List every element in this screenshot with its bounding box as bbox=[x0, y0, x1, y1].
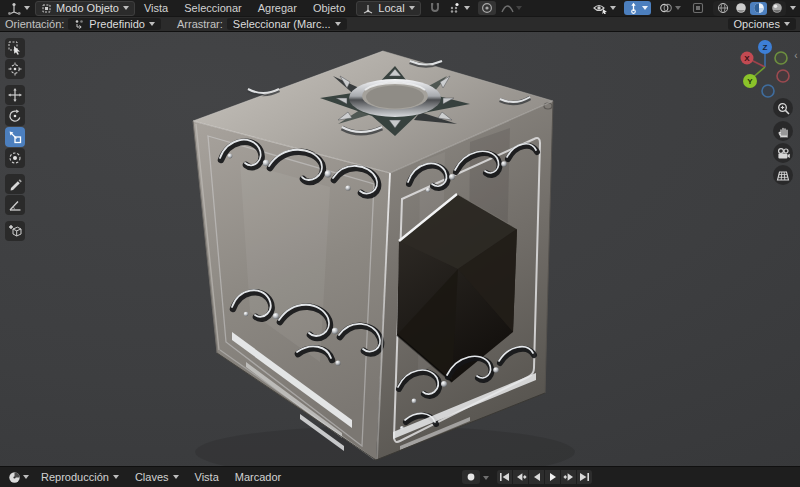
transform-orientation-dropdown[interactable]: Local bbox=[356, 1, 420, 16]
falloff-dropdown[interactable] bbox=[498, 1, 525, 15]
chevron-down-icon bbox=[123, 6, 129, 10]
drag-action-dropdown[interactable]: Seleccionar (Marc... bbox=[227, 18, 347, 30]
shading-mode-segment bbox=[713, 1, 786, 16]
orientation-preset-label: Predefinido bbox=[89, 18, 145, 30]
navigation-gizmo[interactable]: Z X Y bbox=[738, 36, 794, 98]
sidebar-collapse-arrow[interactable]: ‹ bbox=[792, 50, 800, 61]
tool-rotate[interactable] bbox=[5, 106, 25, 126]
gizmo-axis-x-negative[interactable] bbox=[777, 70, 789, 82]
tool-tweak-select[interactable] bbox=[5, 38, 25, 58]
proportional-editing-button[interactable] bbox=[478, 1, 496, 15]
blender-window: Modo Objeto Vista Seleccionar Agregar Ob… bbox=[0, 0, 800, 487]
tool-add-primitive[interactable] bbox=[5, 221, 25, 241]
svg-text:X: X bbox=[744, 54, 750, 63]
editor-3d-viewport-icon bbox=[7, 2, 22, 15]
chevron-down-icon bbox=[335, 22, 341, 26]
camera-icon bbox=[776, 147, 790, 160]
jump-end-icon bbox=[579, 472, 590, 482]
hand-pan-icon bbox=[777, 125, 790, 138]
play-icon bbox=[548, 472, 558, 482]
options-label: Opciones bbox=[734, 18, 780, 30]
menu-objeto[interactable]: Objeto bbox=[306, 2, 352, 14]
menu-agregar[interactable]: Agregar bbox=[251, 2, 304, 14]
viewport-3d[interactable]: Z X Y bbox=[0, 31, 800, 467]
chevron-down-icon bbox=[784, 22, 790, 26]
visibility-eye-icon bbox=[593, 2, 608, 14]
jump-start-icon bbox=[499, 472, 510, 482]
shading-rendered-button[interactable] bbox=[768, 2, 785, 15]
object-mode-icon bbox=[41, 3, 52, 14]
previous-keyframe-button[interactable] bbox=[513, 470, 528, 484]
orientation-local-icon bbox=[362, 3, 374, 14]
menu-vista[interactable]: Vista bbox=[137, 2, 175, 14]
tool-annotate[interactable] bbox=[5, 174, 25, 194]
prev-keyframe-icon bbox=[515, 472, 527, 482]
shading-material-preview-button[interactable] bbox=[750, 2, 767, 15]
orientation-label: Orientación: bbox=[5, 18, 64, 30]
rendered-shading-icon bbox=[771, 2, 783, 14]
chevron-down-icon bbox=[675, 6, 681, 10]
menu-timeline-vista[interactable]: Vista bbox=[188, 471, 226, 483]
tool-scale[interactable] bbox=[5, 127, 25, 147]
options-dropdown[interactable]: Opciones bbox=[728, 18, 796, 30]
proportional-editing-icon bbox=[481, 2, 493, 14]
menu-reproduccion-label: Reproducción bbox=[41, 471, 109, 483]
camera-view-button[interactable] bbox=[773, 143, 793, 163]
gizmo-axis-z-negative[interactable] bbox=[762, 85, 774, 97]
overlays-dropdown[interactable] bbox=[656, 1, 684, 15]
xray-toggle-button[interactable] bbox=[689, 1, 707, 15]
show-object-types-dropdown[interactable] bbox=[590, 1, 619, 15]
chevron-down-icon bbox=[409, 6, 415, 10]
cursor-3d-icon bbox=[8, 62, 22, 76]
jump-to-end-button[interactable] bbox=[577, 470, 592, 484]
mode-dropdown[interactable]: Modo Objeto bbox=[35, 1, 135, 16]
jump-to-start-button[interactable] bbox=[497, 470, 512, 484]
add-cube-icon bbox=[8, 224, 22, 238]
menu-claves[interactable]: Claves bbox=[128, 471, 186, 483]
gizmo-axis-y-negative[interactable] bbox=[775, 52, 787, 64]
keying-dropdown-chevron-icon[interactable] bbox=[483, 476, 489, 480]
drag-action-label: Seleccionar (Marc... bbox=[233, 18, 331, 30]
chevron-down-icon bbox=[149, 22, 155, 26]
menubar: Modo Objeto Vista Seleccionar Agregar Ob… bbox=[0, 0, 800, 16]
timeline-editor-type-button[interactable] bbox=[5, 470, 32, 484]
timeline-bar: Reproducción Claves Vista Marcador bbox=[0, 466, 800, 487]
gizmos-dropdown[interactable] bbox=[624, 1, 651, 15]
transform-orientation-label: Local bbox=[378, 2, 404, 14]
pan-button[interactable] bbox=[773, 121, 793, 141]
tool-measure[interactable] bbox=[5, 195, 25, 215]
chevron-down-icon bbox=[610, 6, 616, 10]
menu-reproduccion[interactable]: Reproducción bbox=[34, 471, 126, 483]
tool-move[interactable] bbox=[5, 85, 25, 105]
shading-solid-button[interactable] bbox=[732, 2, 749, 15]
timeline-clock-icon bbox=[8, 471, 21, 484]
snap-settings-dropdown[interactable] bbox=[446, 1, 473, 15]
wireframe-shading-icon bbox=[717, 2, 729, 14]
snap-toggle-button[interactable] bbox=[426, 1, 444, 15]
orientation-preset-icon bbox=[74, 19, 85, 29]
select-box-icon bbox=[8, 41, 22, 55]
chevron-down-icon bbox=[23, 475, 29, 479]
play-reverse-button[interactable] bbox=[529, 470, 544, 484]
drag-label: Arrastrar: bbox=[177, 18, 223, 30]
editor-type-button[interactable] bbox=[4, 1, 33, 15]
shading-dropdown-chevron-icon[interactable] bbox=[790, 6, 796, 10]
menu-marcador[interactable]: Marcador bbox=[228, 471, 288, 483]
menu-seleccionar[interactable]: Seleccionar bbox=[177, 2, 248, 14]
auto-keying-record-button[interactable] bbox=[462, 470, 480, 484]
viewport-canvas[interactable] bbox=[0, 32, 800, 467]
orientation-preset-dropdown[interactable]: Predefinido bbox=[68, 18, 161, 30]
3d-object-ornate-box[interactable] bbox=[193, 51, 575, 467]
toolbar bbox=[5, 38, 25, 241]
gizmo-icon bbox=[627, 2, 640, 14]
perspective-toggle-button[interactable] bbox=[773, 165, 793, 185]
play-button[interactable] bbox=[545, 470, 560, 484]
next-keyframe-button[interactable] bbox=[561, 470, 576, 484]
solid-shading-icon bbox=[735, 2, 747, 14]
tool-transform[interactable] bbox=[5, 148, 25, 168]
shading-wireframe-button[interactable] bbox=[714, 2, 731, 15]
tool-cursor[interactable] bbox=[5, 59, 25, 79]
zoom-button[interactable] bbox=[773, 98, 793, 118]
chevron-down-icon bbox=[642, 6, 648, 10]
menu-claves-label: Claves bbox=[135, 471, 169, 483]
